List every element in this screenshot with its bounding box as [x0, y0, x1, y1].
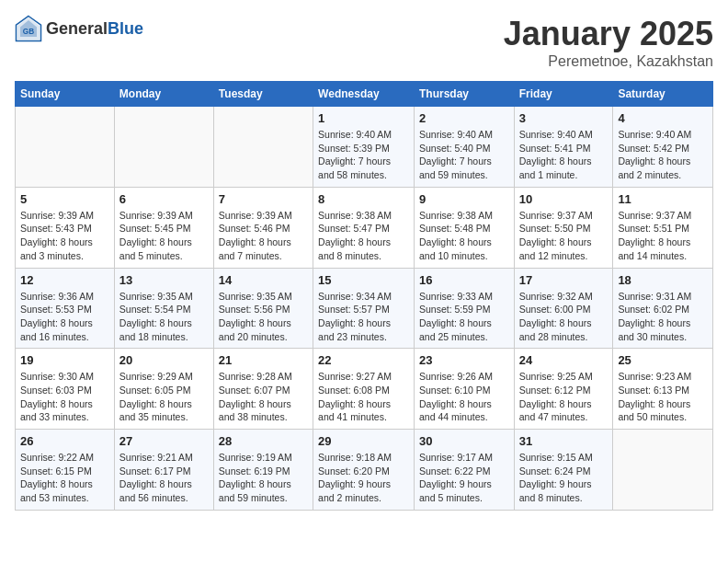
- day-number: 13: [119, 273, 209, 287]
- day-info: Sunrise: 9:38 AM Sunset: 5:47 PM Dayligh…: [318, 209, 409, 263]
- weekday-header-thursday: Thursday: [414, 82, 514, 107]
- day-cell-17: 17Sunrise: 9:32 AM Sunset: 6:00 PM Dayli…: [514, 268, 613, 349]
- week-row-5: 26Sunrise: 9:22 AM Sunset: 6:15 PM Dayli…: [16, 430, 713, 511]
- day-number: 2: [419, 111, 509, 125]
- day-info: Sunrise: 9:39 AM Sunset: 5:46 PM Dayligh…: [219, 209, 308, 263]
- day-number: 15: [318, 273, 409, 287]
- day-info: Sunrise: 9:17 AM Sunset: 6:22 PM Dayligh…: [419, 451, 509, 505]
- day-cell-16: 16Sunrise: 9:33 AM Sunset: 5:59 PM Dayli…: [414, 268, 514, 349]
- day-info: Sunrise: 9:40 AM Sunset: 5:42 PM Dayligh…: [618, 128, 708, 182]
- calendar-table: SundayMondayTuesdayWednesdayThursdayFrid…: [15, 81, 713, 511]
- day-info: Sunrise: 9:21 AM Sunset: 6:17 PM Dayligh…: [119, 451, 209, 505]
- day-number: 19: [20, 353, 109, 367]
- day-info: Sunrise: 9:34 AM Sunset: 5:57 PM Dayligh…: [318, 290, 409, 344]
- weekday-header-tuesday: Tuesday: [213, 82, 313, 107]
- week-row-3: 12Sunrise: 9:36 AM Sunset: 5:53 PM Dayli…: [16, 268, 713, 349]
- day-number: 5: [20, 192, 109, 206]
- week-row-1: 1Sunrise: 9:40 AM Sunset: 5:39 PM Daylig…: [16, 107, 713, 188]
- day-info: Sunrise: 9:40 AM Sunset: 5:41 PM Dayligh…: [519, 128, 609, 182]
- day-cell-1: 1Sunrise: 9:40 AM Sunset: 5:39 PM Daylig…: [313, 107, 415, 188]
- day-info: Sunrise: 9:39 AM Sunset: 5:45 PM Dayligh…: [119, 209, 209, 263]
- day-info: Sunrise: 9:28 AM Sunset: 6:07 PM Dayligh…: [219, 370, 308, 424]
- day-info: Sunrise: 9:25 AM Sunset: 6:12 PM Dayligh…: [519, 370, 609, 424]
- day-cell-19: 19Sunrise: 9:30 AM Sunset: 6:03 PM Dayli…: [16, 349, 115, 430]
- day-info: Sunrise: 9:29 AM Sunset: 6:05 PM Dayligh…: [119, 370, 209, 424]
- logo: GB GeneralBlue: [15, 15, 143, 42]
- header: GB GeneralBlue January 2025 Peremetnoe, …: [15, 15, 713, 70]
- day-info: Sunrise: 9:38 AM Sunset: 5:48 PM Dayligh…: [419, 209, 509, 263]
- day-cell-22: 22Sunrise: 9:27 AM Sunset: 6:08 PM Dayli…: [313, 349, 415, 430]
- day-cell-28: 28Sunrise: 9:19 AM Sunset: 6:19 PM Dayli…: [213, 430, 313, 511]
- day-number: 4: [618, 111, 708, 125]
- day-number: 28: [219, 434, 308, 448]
- weekday-header-wednesday: Wednesday: [313, 82, 415, 107]
- day-number: 22: [318, 353, 409, 367]
- day-info: Sunrise: 9:40 AM Sunset: 5:39 PM Dayligh…: [318, 128, 409, 182]
- day-cell-26: 26Sunrise: 9:22 AM Sunset: 6:15 PM Dayli…: [16, 430, 115, 511]
- day-cell-27: 27Sunrise: 9:21 AM Sunset: 6:17 PM Dayli…: [114, 430, 213, 511]
- day-cell-4: 4Sunrise: 9:40 AM Sunset: 5:42 PM Daylig…: [613, 107, 713, 188]
- day-number: 31: [519, 434, 609, 448]
- logo-blue: Blue: [108, 19, 143, 38]
- day-info: Sunrise: 9:27 AM Sunset: 6:08 PM Dayligh…: [318, 370, 409, 424]
- day-cell-10: 10Sunrise: 9:37 AM Sunset: 5:50 PM Dayli…: [514, 187, 613, 268]
- week-row-2: 5Sunrise: 9:39 AM Sunset: 5:43 PM Daylig…: [16, 187, 713, 268]
- day-info: Sunrise: 9:19 AM Sunset: 6:19 PM Dayligh…: [219, 451, 308, 505]
- day-cell-25: 25Sunrise: 9:23 AM Sunset: 6:13 PM Dayli…: [613, 349, 713, 430]
- day-cell-29: 29Sunrise: 9:18 AM Sunset: 6:20 PM Dayli…: [313, 430, 415, 511]
- day-cell-6: 6Sunrise: 9:39 AM Sunset: 5:45 PM Daylig…: [114, 187, 213, 268]
- day-cell-23: 23Sunrise: 9:26 AM Sunset: 6:10 PM Dayli…: [414, 349, 514, 430]
- day-number: 23: [419, 353, 509, 367]
- day-cell-31: 31Sunrise: 9:15 AM Sunset: 6:24 PM Dayli…: [514, 430, 613, 511]
- day-number: 8: [318, 192, 409, 206]
- day-number: 10: [519, 192, 609, 206]
- main-title: January 2025: [504, 15, 713, 53]
- empty-cell: [114, 107, 213, 188]
- day-info: Sunrise: 9:36 AM Sunset: 5:53 PM Dayligh…: [20, 290, 109, 344]
- day-cell-2: 2Sunrise: 9:40 AM Sunset: 5:40 PM Daylig…: [414, 107, 514, 188]
- weekday-header-row: SundayMondayTuesdayWednesdayThursdayFrid…: [16, 82, 713, 107]
- day-cell-24: 24Sunrise: 9:25 AM Sunset: 6:12 PM Dayli…: [514, 349, 613, 430]
- day-number: 9: [419, 192, 509, 206]
- day-info: Sunrise: 9:37 AM Sunset: 5:50 PM Dayligh…: [519, 209, 609, 263]
- weekday-header-monday: Monday: [114, 82, 213, 107]
- day-number: 14: [219, 273, 308, 287]
- weekday-header-sunday: Sunday: [16, 82, 115, 107]
- day-info: Sunrise: 9:18 AM Sunset: 6:20 PM Dayligh…: [318, 451, 409, 505]
- day-cell-5: 5Sunrise: 9:39 AM Sunset: 5:43 PM Daylig…: [16, 187, 115, 268]
- day-info: Sunrise: 9:30 AM Sunset: 6:03 PM Dayligh…: [20, 370, 109, 424]
- empty-cell: [16, 107, 115, 188]
- weekday-header-friday: Friday: [514, 82, 613, 107]
- svg-text:GB: GB: [23, 28, 34, 36]
- subtitle: Peremetnoe, Kazakhstan: [504, 53, 713, 70]
- day-info: Sunrise: 9:40 AM Sunset: 5:40 PM Dayligh…: [419, 128, 509, 182]
- day-number: 24: [519, 353, 609, 367]
- day-number: 20: [119, 353, 209, 367]
- day-cell-21: 21Sunrise: 9:28 AM Sunset: 6:07 PM Dayli…: [213, 349, 313, 430]
- day-info: Sunrise: 9:15 AM Sunset: 6:24 PM Dayligh…: [519, 451, 609, 505]
- day-number: 30: [419, 434, 509, 448]
- day-number: 6: [119, 192, 209, 206]
- day-cell-8: 8Sunrise: 9:38 AM Sunset: 5:47 PM Daylig…: [313, 187, 415, 268]
- day-info: Sunrise: 9:37 AM Sunset: 5:51 PM Dayligh…: [618, 209, 708, 263]
- day-cell-15: 15Sunrise: 9:34 AM Sunset: 5:57 PM Dayli…: [313, 268, 415, 349]
- day-cell-9: 9Sunrise: 9:38 AM Sunset: 5:48 PM Daylig…: [414, 187, 514, 268]
- day-cell-30: 30Sunrise: 9:17 AM Sunset: 6:22 PM Dayli…: [414, 430, 514, 511]
- day-number: 25: [618, 353, 708, 367]
- day-number: 7: [219, 192, 308, 206]
- day-number: 17: [519, 273, 609, 287]
- day-info: Sunrise: 9:33 AM Sunset: 5:59 PM Dayligh…: [419, 290, 509, 344]
- day-cell-11: 11Sunrise: 9:37 AM Sunset: 5:51 PM Dayli…: [613, 187, 713, 268]
- day-cell-20: 20Sunrise: 9:29 AM Sunset: 6:05 PM Dayli…: [114, 349, 213, 430]
- day-number: 1: [318, 111, 409, 125]
- day-cell-14: 14Sunrise: 9:35 AM Sunset: 5:56 PM Dayli…: [213, 268, 313, 349]
- day-info: Sunrise: 9:39 AM Sunset: 5:43 PM Dayligh…: [20, 209, 109, 263]
- title-area: January 2025 Peremetnoe, Kazakhstan: [504, 15, 713, 70]
- day-number: 27: [119, 434, 209, 448]
- day-cell-3: 3Sunrise: 9:40 AM Sunset: 5:41 PM Daylig…: [514, 107, 613, 188]
- logo-general: General: [46, 19, 108, 38]
- empty-cell: [213, 107, 313, 188]
- day-number: 11: [618, 192, 708, 206]
- day-info: Sunrise: 9:32 AM Sunset: 6:00 PM Dayligh…: [519, 290, 609, 344]
- day-info: Sunrise: 9:26 AM Sunset: 6:10 PM Dayligh…: [419, 370, 509, 424]
